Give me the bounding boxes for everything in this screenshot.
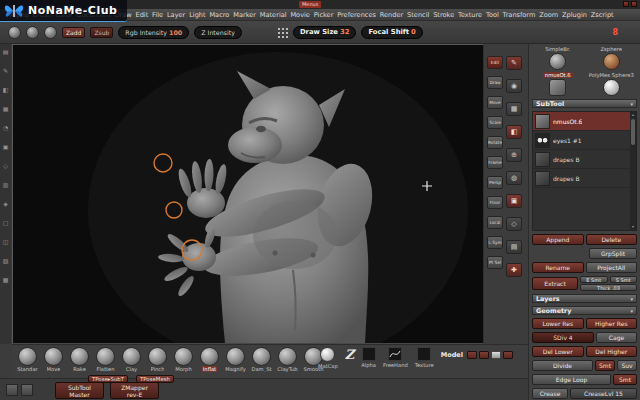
append-button[interactable]: Append <box>532 234 584 245</box>
projectall-button[interactable]: ProjectAll <box>586 262 638 273</box>
menu-item[interactable]: Macro <box>209 11 229 19</box>
left-toolbar-icon[interactable]: ▤ <box>3 49 9 55</box>
right-shelf-button[interactable]: Edit <box>487 56 503 69</box>
brush-item[interactable]: Dam_St <box>249 347 274 372</box>
rename-button[interactable]: Rename <box>532 262 584 273</box>
cage-button[interactable]: Cage <box>596 332 637 343</box>
grpsplit-button[interactable]: GrpSplit <box>589 248 637 259</box>
del-lower-button[interactable]: Del Lower <box>532 346 584 357</box>
delete-button[interactable]: Delete <box>586 234 638 245</box>
tool-thumbnail[interactable]: nmusOt.6 <box>532 72 584 96</box>
menu-item[interactable]: Render <box>380 11 403 19</box>
model-chip-3[interactable] <box>491 351 501 359</box>
crease-button[interactable]: Crease <box>532 388 568 399</box>
thick-slider[interactable]: Thick .03 <box>580 284 637 291</box>
brush-item[interactable]: Rake <box>67 347 92 372</box>
e-smt-toggle[interactable]: E Smt <box>580 276 608 283</box>
menu-item[interactable]: Stroke <box>433 11 454 19</box>
z-intensity-slider[interactable]: Z Intensity <box>194 26 242 39</box>
menu-item[interactable]: Material <box>260 11 287 19</box>
doc-icon[interactable] <box>6 384 18 396</box>
menu-item[interactable]: Texture <box>458 11 482 19</box>
quick-rail-icon[interactable]: ◉ <box>506 79 522 93</box>
higher-res-button[interactable]: Higher Res <box>586 318 638 329</box>
quick-rail-icon[interactable]: ⊕ <box>506 148 522 162</box>
right-shelf-button[interactable]: L.Sym <box>487 236 503 249</box>
note-icon[interactable] <box>21 384 33 396</box>
quick-rail-icon[interactable]: ✚ <box>506 263 522 277</box>
suv-toggle[interactable]: Suv <box>617 360 637 371</box>
window-buttons[interactable] <box>623 1 637 7</box>
brush-item[interactable]: Magnify <box>223 347 248 372</box>
menu-item[interactable]: Movie <box>290 11 310 19</box>
brush-item[interactable]: Clay <box>119 347 144 372</box>
right-shelf-button[interactable]: Rotate <box>487 136 503 149</box>
left-toolbar-icon[interactable]: ◇ <box>3 163 8 169</box>
subtool-header[interactable]: SubTool ▾ <box>532 99 637 108</box>
matcap-picker[interactable]: MatCap <box>318 347 338 369</box>
scroll-up-icon[interactable]: ▴ <box>632 113 634 117</box>
right-shelf-button[interactable]: Local <box>487 216 503 229</box>
scroll-down-icon[interactable]: ▾ <box>632 225 634 229</box>
quick-rail-icon[interactable]: ◍ <box>506 171 522 185</box>
edge-smt-toggle[interactable]: Smt <box>613 374 637 385</box>
crease-lvl-slider[interactable]: CreaseLvl 15 <box>570 388 637 399</box>
quick-rail-icon[interactable]: ▤ <box>506 240 522 254</box>
left-toolbar-icon[interactable]: ◧ <box>3 87 9 93</box>
extract-button[interactable]: Extract <box>532 277 578 290</box>
zsub-button[interactable]: Zsub <box>90 27 113 38</box>
left-toolbar-icon[interactable]: ◫ <box>3 239 9 245</box>
left-toolbar-icon[interactable]: ▦ <box>3 106 9 112</box>
left-toolbar-icon[interactable]: ▢ <box>3 220 9 226</box>
divide-button[interactable]: Divide <box>532 360 593 371</box>
quick-rail-icon[interactable]: ▦ <box>506 102 522 116</box>
right-shelf-button[interactable]: Pt Sel <box>487 256 503 269</box>
light-icon[interactable] <box>26 26 39 39</box>
subtool-scrollbar[interactable]: ▴ ▾ <box>630 112 636 230</box>
window-title-chip[interactable]: Menus <box>299 1 321 8</box>
model-chip-4[interactable] <box>503 351 513 359</box>
left-toolbar-icon[interactable]: ◔ <box>3 125 8 131</box>
material-icon[interactable] <box>44 26 57 39</box>
menu-item[interactable]: Preferences <box>337 11 376 19</box>
zmapper-button[interactable]: ZMapper rev-E <box>110 382 159 399</box>
zadd-button[interactable]: Zadd <box>62 27 85 38</box>
brush-item[interactable]: Morph <box>171 347 196 372</box>
brush-item[interactable]: Move <box>41 347 66 372</box>
right-shelf-button[interactable]: Persp <box>487 176 503 189</box>
model-chip-2[interactable] <box>479 351 489 359</box>
quick-rail-icon[interactable]: ◇ <box>506 217 522 231</box>
menu-item[interactable]: Zscript <box>591 11 614 19</box>
tool-thumbnail[interactable]: SimpleBr. <box>532 46 584 70</box>
geometry-header[interactable]: Geometry ▾ <box>532 306 637 315</box>
left-toolbar-icon[interactable]: ▣ <box>3 144 9 150</box>
subtool-item[interactable]: nmusOt.6 <box>533 112 636 131</box>
left-toolbar-icon[interactable]: ▥ <box>3 182 9 188</box>
s-smt-toggle[interactable]: S Smt <box>610 276 638 283</box>
tool-thumbnail[interactable]: PolyMes Sphere3 <box>586 72 638 96</box>
menu-item[interactable]: Tool <box>486 11 499 19</box>
left-toolbar-icon[interactable]: ✎ <box>3 68 8 74</box>
brush-item[interactable]: ClayTub <box>275 347 300 372</box>
brush-item[interactable]: Inflat <box>197 347 222 372</box>
model-chip-1[interactable] <box>467 351 477 359</box>
menu-item[interactable]: Edit <box>135 11 148 19</box>
menu-item[interactable]: Marker <box>233 11 256 19</box>
menu-item[interactable]: Stencil <box>407 11 429 19</box>
menu-item[interactable]: Picker <box>314 11 334 19</box>
tool-thumbnail[interactable]: Zsphere <box>586 46 638 70</box>
sdiv-slider[interactable]: SDiv 4 <box>532 332 594 343</box>
subtool-item[interactable]: eyes1 #1 <box>533 131 636 150</box>
menu-item[interactable]: File <box>152 11 163 19</box>
quick-rail-icon[interactable]: ✎ <box>506 56 522 70</box>
right-shelf-button[interactable]: Scale <box>487 116 503 129</box>
texture-picker[interactable]: Texture <box>415 347 434 368</box>
del-higher-button[interactable]: Del Higher <box>586 346 638 357</box>
brush-item[interactable]: Standar <box>15 347 40 372</box>
right-shelf-button[interactable]: Frame <box>487 156 503 169</box>
subtool-master-button[interactable]: SubTool Master <box>55 382 104 399</box>
alpha-picker[interactable]: Alpha <box>361 347 376 368</box>
left-toolbar-icon[interactable]: ▩ <box>3 277 9 283</box>
quick-rail-icon[interactable]: ▣ <box>506 194 522 208</box>
left-toolbar-icon[interactable]: ▧ <box>3 258 9 264</box>
